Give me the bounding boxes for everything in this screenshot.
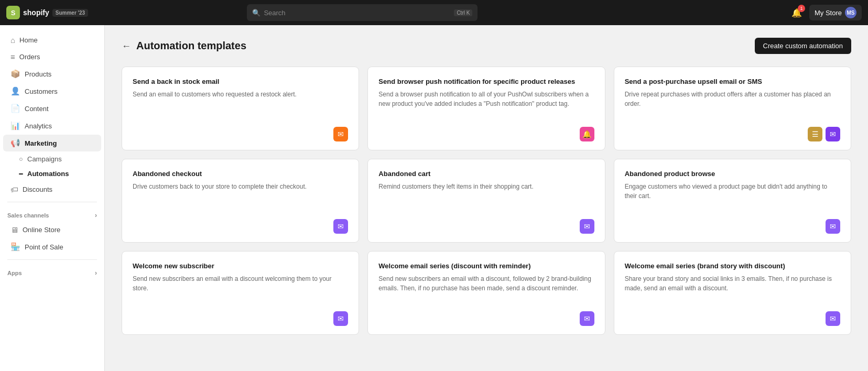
sidebar-sub-item-automations-label: Automations xyxy=(27,170,69,178)
search-input[interactable] xyxy=(264,9,451,17)
top-navigation: S shopify Summer '23 🔍 Ctrl K 🔔 1 My Sto… xyxy=(0,0,868,25)
card-welcome-brand[interactable]: Welcome email series (brand story with d… xyxy=(614,251,851,335)
card-welcome-subscriber[interactable]: Welcome new subscriber Send new subscrib… xyxy=(122,251,359,335)
apps-chevron[interactable]: › xyxy=(95,269,97,277)
sidebar-divider-2 xyxy=(7,259,97,260)
sidebar-item-products-label: Products xyxy=(25,70,51,78)
sidebar-divider-1 xyxy=(7,202,97,202)
card-welcome-discount[interactable]: Welcome email series (discount with remi… xyxy=(367,251,605,335)
card-browser-push-title: Send browser push notification for speci… xyxy=(378,78,594,85)
main-content: ← Automation templates Create custom aut… xyxy=(105,25,868,371)
sales-channels-chevron[interactable]: › xyxy=(95,212,97,219)
shopify-icon: S xyxy=(6,6,20,19)
sales-channels-section: Sales channels › xyxy=(0,206,104,221)
post-purchase-sms-icon: ☰ xyxy=(808,127,822,141)
apps-label: Apps xyxy=(7,270,22,276)
page-title: Automation templates xyxy=(136,40,246,52)
home-icon: ⌂ xyxy=(10,36,15,45)
card-post-purchase[interactable]: Send a post-purchase upsell email or SMS… xyxy=(614,67,851,150)
sidebar-item-content[interactable]: 📄 Content xyxy=(3,100,101,117)
search-shortcut: Ctrl K xyxy=(454,9,472,16)
automations-indicator xyxy=(19,172,23,176)
summer-badge: Summer '23 xyxy=(52,9,88,17)
sales-channels-label: Sales channels xyxy=(7,212,49,219)
sidebar-item-customers[interactable]: 👤 Customers xyxy=(3,83,101,100)
card-abandoned-checkout-icons: ✉ xyxy=(133,219,348,234)
create-custom-automation-button[interactable]: Create custom automation xyxy=(755,38,851,54)
card-post-purchase-desc: Drive repeat purchases with product offe… xyxy=(625,90,840,118)
card-back-in-stock[interactable]: Send a back in stock email Send an email… xyxy=(122,67,359,150)
analytics-icon: 📊 xyxy=(10,121,20,130)
sidebar-item-products[interactable]: 📦 Products xyxy=(3,66,101,82)
sidebar-item-home-label: Home xyxy=(19,36,38,44)
sidebar-item-marketing-label: Marketing xyxy=(25,139,57,147)
sidebar-item-discounts[interactable]: 🏷 Discounts xyxy=(3,181,101,198)
card-abandoned-cart-title: Abandoned cart xyxy=(378,170,594,178)
sidebar-item-orders-label: Orders xyxy=(19,53,40,61)
browser-push-notif-icon: 🔔 xyxy=(580,127,594,141)
back-in-stock-email-icon: ✉ xyxy=(333,127,348,141)
online-store-icon: 🖥 xyxy=(10,225,18,234)
welcome-subscriber-email-icon: ✉ xyxy=(333,311,348,326)
sidebar-sub-item-campaigns-label: Campaigns xyxy=(27,155,62,163)
card-back-in-stock-icons: ✉ xyxy=(133,127,348,141)
abandoned-checkout-email-icon: ✉ xyxy=(333,219,348,234)
card-browser-push-icons: 🔔 xyxy=(378,127,594,141)
sidebar-sub-item-automations[interactable]: Automations xyxy=(3,167,101,181)
notifications-button[interactable]: 🔔 1 xyxy=(789,6,804,20)
sidebar-item-point-of-sale-label: Point of Sale xyxy=(25,243,63,251)
card-browser-push[interactable]: Send browser push notification for speci… xyxy=(367,67,605,150)
welcome-brand-email-icon: ✉ xyxy=(826,311,840,326)
card-welcome-brand-title: Welcome email series (brand story with d… xyxy=(625,262,840,270)
card-welcome-subscriber-icons: ✉ xyxy=(133,311,348,326)
card-abandoned-browse-title: Abandoned product browse xyxy=(625,170,840,178)
card-abandoned-browse[interactable]: Abandoned product browse Engage customer… xyxy=(614,159,851,243)
card-abandoned-cart-desc: Remind customers they left items in thei… xyxy=(378,182,594,211)
card-welcome-subscriber-title: Welcome new subscriber xyxy=(133,262,348,270)
campaigns-indicator xyxy=(19,157,23,161)
topnav-right: 🔔 1 My Store MS xyxy=(789,5,862,20)
card-abandoned-browse-icons: ✉ xyxy=(625,219,840,234)
apps-section: Apps › xyxy=(0,264,104,279)
card-abandoned-browse-desc: Engage customers who viewed a product pa… xyxy=(625,182,840,211)
welcome-discount-email-icon: ✉ xyxy=(580,311,594,326)
card-post-purchase-title: Send a post-purchase upsell email or SMS xyxy=(625,78,840,85)
avatar: MS xyxy=(845,7,856,18)
back-button[interactable]: ← xyxy=(122,41,131,51)
card-abandoned-checkout[interactable]: Abandoned checkout Drive customers back … xyxy=(122,159,359,243)
marketing-icon: 📢 xyxy=(10,138,20,148)
logo-text: shopify xyxy=(23,8,49,17)
sidebar-item-analytics[interactable]: 📊 Analytics xyxy=(3,117,101,134)
card-abandoned-cart-icons: ✉ xyxy=(378,219,594,234)
sidebar-item-content-label: Content xyxy=(25,105,49,113)
products-icon: 📦 xyxy=(10,69,20,79)
automation-cards-grid: Send a back in stock email Send an email… xyxy=(122,67,851,335)
store-name: My Store xyxy=(815,9,842,17)
sidebar-item-point-of-sale[interactable]: 🏪 Point of Sale xyxy=(3,238,101,255)
layout: ⌂ Home ≡ Orders 📦 Products 👤 Customers 📄… xyxy=(0,25,868,371)
logo[interactable]: S shopify Summer '23 xyxy=(6,6,88,19)
search-bar[interactable]: 🔍 Ctrl K xyxy=(247,4,478,21)
search-icon: 🔍 xyxy=(252,9,261,17)
sidebar-item-analytics-label: Analytics xyxy=(25,122,52,130)
card-abandoned-checkout-desc: Drive customers back to your store to co… xyxy=(133,182,348,211)
card-back-in-stock-desc: Send an email to customers who requested… xyxy=(133,90,348,118)
point-of-sale-icon: 🏪 xyxy=(10,242,20,252)
page-header: ← Automation templates Create custom aut… xyxy=(122,38,851,54)
abandoned-cart-email-icon: ✉ xyxy=(580,219,594,234)
card-abandoned-cart[interactable]: Abandoned cart Remind customers they lef… xyxy=(367,159,605,243)
card-welcome-brand-icons: ✉ xyxy=(625,311,840,326)
orders-icon: ≡ xyxy=(10,52,15,61)
sidebar-item-marketing[interactable]: 📢 Marketing xyxy=(3,135,101,151)
card-welcome-brand-desc: Share your brand story and social links … xyxy=(625,274,840,303)
discounts-icon: 🏷 xyxy=(10,185,18,194)
sidebar-sub-item-campaigns[interactable]: Campaigns xyxy=(3,152,101,166)
sidebar-item-orders[interactable]: ≡ Orders xyxy=(3,49,101,65)
store-selector-button[interactable]: My Store MS xyxy=(809,5,862,20)
sidebar-item-home[interactable]: ⌂ Home xyxy=(3,32,101,48)
card-browser-push-desc: Send a browser push notification to all … xyxy=(378,90,594,118)
card-back-in-stock-title: Send a back in stock email xyxy=(133,78,348,85)
sidebar-item-online-store-label: Online Store xyxy=(23,226,60,234)
sidebar-item-online-store[interactable]: 🖥 Online Store xyxy=(3,222,101,238)
customers-icon: 👤 xyxy=(10,86,20,96)
